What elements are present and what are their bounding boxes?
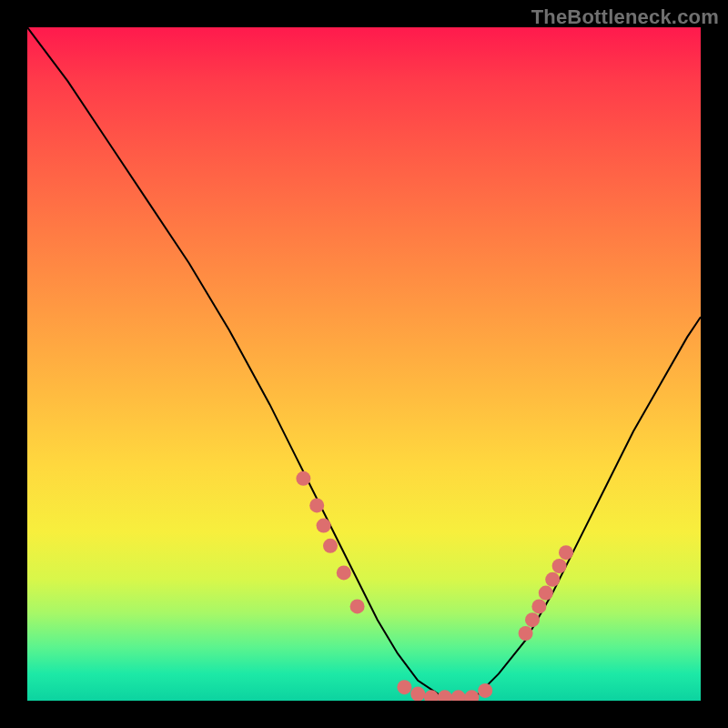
curve-marker: [309, 498, 324, 512]
curve-marker: [410, 687, 425, 701]
plot-area: [27, 27, 701, 701]
curve-marker: [451, 690, 466, 701]
chart-frame: TheBottleneck.com: [0, 0, 728, 728]
curve-marker: [525, 612, 540, 627]
curve-marker: [323, 539, 338, 553]
curve-marker: [296, 471, 310, 486]
curve-svg: [27, 27, 701, 701]
bottleneck-curve: [27, 27, 701, 701]
curve-marker: [350, 599, 365, 613]
curve-marker: [317, 519, 331, 533]
curve-marker: [464, 690, 479, 701]
curve-marker: [438, 690, 452, 701]
marker-group: [296, 471, 573, 701]
curve-marker: [397, 680, 411, 694]
curve-marker: [478, 683, 492, 698]
curve-marker: [539, 586, 553, 601]
curve-marker: [424, 690, 439, 701]
curve-marker: [545, 572, 560, 587]
curve-marker: [552, 559, 567, 573]
curve-marker: [337, 565, 351, 580]
watermark-text: TheBottleneck.com: [531, 5, 719, 29]
curve-marker: [559, 545, 573, 560]
curve-marker: [519, 626, 533, 641]
curve-marker: [531, 599, 546, 613]
